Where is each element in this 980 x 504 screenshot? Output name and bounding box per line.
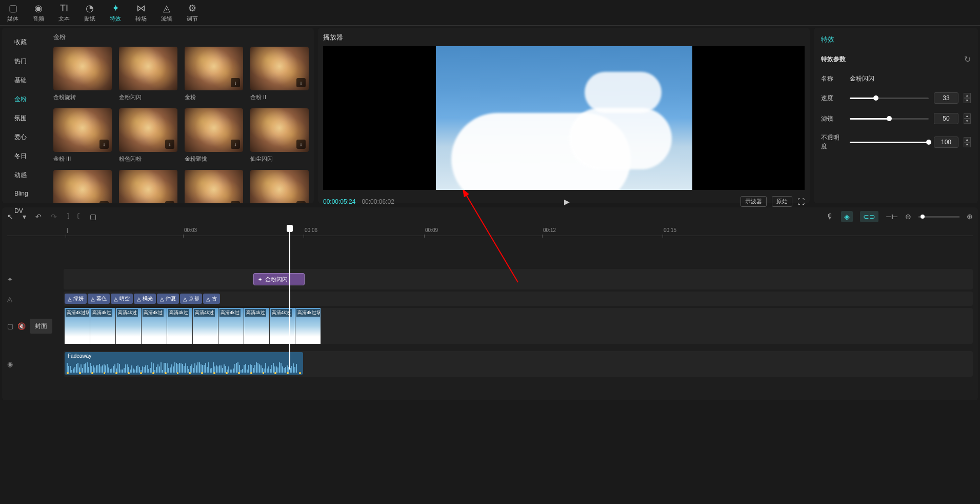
time-current: 00:00:05:24 [323,198,355,205]
audio-track-content[interactable]: Fadeaway [64,351,973,377]
effect-name: 金粉旋转 [53,93,112,101]
filter-up[interactable]: ▴ [964,113,971,119]
effect-card[interactable]: ↓金粉 [185,47,243,101]
download-icon[interactable]: ↓ [296,201,306,203]
filter-clip[interactable]: ◬暮色 [88,294,110,304]
effect-track-content[interactable]: ✦ 金粉闪闪 [64,269,973,289]
toolbar-audio[interactable]: ◉ 音频 [26,0,51,25]
effect-card[interactable]: ↓金粉 III [53,108,112,163]
effect-card[interactable]: ↓ [119,170,177,203]
filter-value[interactable]: 50 [934,113,958,124]
download-icon[interactable]: ↓ [165,201,174,203]
cover-button[interactable]: 封面 [30,319,52,334]
filter-clip[interactable]: ◬橘光 [134,294,156,304]
filter-track-content[interactable]: ◬绿妍◬暮色◬晴空◬橘光◬仲夏◬京都◬古 [64,292,973,306]
cat-ambience[interactable]: 氛围 [2,109,48,128]
filter-down[interactable]: ▾ [964,119,971,124]
crop-tool[interactable]: ▢ [90,212,96,221]
preview-image [436,46,692,190]
toolbar-transition[interactable]: ⋈ 转场 [128,0,154,25]
effect-card[interactable]: ↓粉色闪粉 [119,108,177,163]
video-track-content[interactable]: 高清4k过场空高清4k过高清4k过高清4k过高清4k过高清4k过高清4k过高清4… [64,308,973,344]
cat-dynamic[interactable]: 动感 [2,166,48,185]
download-icon[interactable]: ↓ [99,201,109,203]
effect-thumbnail: ↓ [185,47,243,90]
cat-winter[interactable]: 冬日 [2,147,48,166]
download-icon[interactable]: ↓ [296,78,306,87]
cat-love[interactable]: 爱心 [2,128,48,147]
cat-hot[interactable]: 热门 [2,52,48,71]
effect-card[interactable]: ↓金粉聚拢 [185,108,243,163]
effect-card[interactable]: ↓ [250,170,309,203]
cat-bling[interactable]: Bling [2,185,48,202]
opacity-up[interactable]: ▴ [964,137,971,142]
effect-card[interactable]: ↓金粉 II [250,47,309,101]
filter-clip[interactable]: ◬京都 [180,294,202,304]
filter-clip[interactable]: ◬仲夏 [157,294,179,304]
speed-value[interactable]: 33 [934,92,958,104]
zoom-in-icon[interactable]: ⊕ [967,212,973,221]
scope-button[interactable]: 示波器 [741,196,767,207]
cat-basic[interactable]: 基础 [2,71,48,90]
opacity-slider[interactable] [850,142,929,143]
toolbar-adjust[interactable]: ⚙ 调节 [179,0,205,25]
effect-card[interactable]: ↓ [53,170,112,203]
redo-button[interactable]: ↷ [51,212,57,221]
play-button[interactable]: ▶ [564,198,570,206]
player-controls: 00:00:05:24 00:00:06:02 ▶ 示波器 原始 ⛶ [323,196,805,207]
cat-favorites[interactable]: 收藏 [2,33,48,52]
filter-slider[interactable] [850,118,929,120]
align-icon[interactable]: ⊣⊢ [886,212,898,221]
mic-icon[interactable]: 🎙 [827,212,834,221]
toolbar-effects[interactable]: ✦ 特效 [103,0,128,25]
zoom-slider[interactable] [918,216,959,218]
reset-icon[interactable]: ↻ [964,54,971,64]
timeline-ruler[interactable]: | 00:03 00:06 00:09 00:12 00:15 [7,226,973,236]
download-icon[interactable]: ↓ [296,140,306,149]
original-button[interactable]: 原始 [772,196,792,207]
toolbar-audio-label: 音频 [33,15,44,23]
effect-card[interactable]: ↓仙尘闪闪 [250,108,309,163]
magnet-link-icon[interactable]: ⊂⊃ [860,211,878,222]
fullscreen-icon[interactable]: ⛶ [797,198,805,206]
filter-clip[interactable]: ◬绿妍 [65,294,87,304]
toolbar-text[interactable]: TI 文本 [51,0,77,25]
toolbar-filter[interactable]: ◬ 滤镜 [154,0,179,25]
effect-card[interactable]: 金粉闪闪 [119,47,177,101]
playhead[interactable] [289,226,290,370]
speed-slider[interactable] [850,98,929,99]
toolbar-media[interactable]: ▢ 媒体 [0,0,26,25]
speed-up[interactable]: ▴ [964,93,971,98]
toolbar-effects-label: 特效 [110,15,121,23]
opacity-down[interactable]: ▾ [964,142,971,147]
filter-clip[interactable]: ◬古 [203,294,220,304]
zoom-out-icon[interactable]: ⊖ [905,212,911,221]
toolbar-sticker[interactable]: ◔ 贴纸 [77,0,103,25]
download-icon[interactable]: ↓ [165,140,174,149]
download-icon[interactable]: ↓ [231,201,240,203]
time-total: 00:00:06:02 [362,198,394,205]
effect-card[interactable]: ↓ [185,170,243,203]
opacity-value[interactable]: 100 [934,137,958,148]
audio-clip[interactable]: Fadeaway [65,352,303,375]
tool-dropdown[interactable]: ▾ [23,212,26,221]
magnet-main-icon[interactable]: ◈ [841,211,853,222]
cat-goldpowder[interactable]: 金粉 [2,90,48,109]
audio-icon: ◉ [34,3,43,14]
mute-icon[interactable]: 🔇 [17,322,26,330]
params-tab[interactable]: 特效 [821,35,971,44]
download-icon[interactable]: ↓ [231,78,240,87]
undo-button[interactable]: ↶ [35,212,42,221]
select-tool[interactable]: ↖ [7,212,13,221]
effects-grid-area: 金粉 金粉旋转金粉闪闪↓金粉↓金粉 II↓金粉 III↓粉色闪粉↓金粉聚拢↓仙尘… [48,28,314,203]
toolbar-media-label: 媒体 [7,15,18,23]
effect-clip-label: 金粉闪闪 [265,276,288,283]
download-icon[interactable]: ↓ [99,140,109,149]
effect-card[interactable]: 金粉旋转 [53,47,112,101]
filter-track: ◬ ◬绿妍◬暮色◬晴空◬橘光◬仲夏◬京都◬古 [7,292,973,306]
download-icon[interactable]: ↓ [231,140,240,149]
effect-clip[interactable]: ✦ 金粉闪闪 [253,273,305,285]
filter-clip[interactable]: ◬晴空 [111,294,133,304]
speed-down[interactable]: ▾ [964,98,971,103]
split-tool[interactable]: 〕〔 [66,212,81,221]
